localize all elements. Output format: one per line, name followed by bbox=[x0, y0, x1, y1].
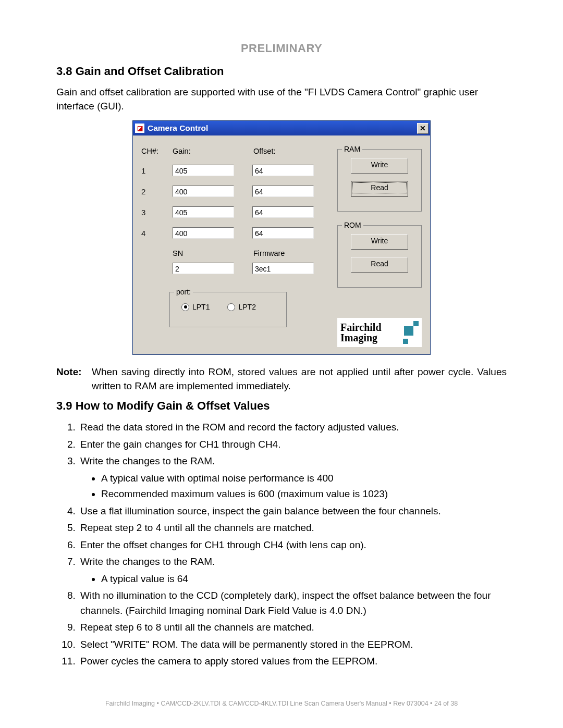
step-item: Use a flat illumination source, inspect … bbox=[78, 504, 507, 519]
channel-number: 2 bbox=[141, 187, 173, 196]
titlebar: ◪ Camera Control ✕ bbox=[133, 121, 430, 135]
section-3-8-paragraph: Gain and offset calibration are supporte… bbox=[56, 85, 507, 113]
sn-label: SN bbox=[173, 249, 253, 257]
ram-groupbox: RAM Write Read bbox=[337, 149, 422, 212]
offset-input-ch2[interactable]: 64 bbox=[252, 186, 314, 197]
rom-read-button[interactable]: Read bbox=[351, 257, 408, 273]
gain-input-ch3[interactable]: 405 bbox=[173, 206, 234, 218]
offset-input-ch1[interactable]: 64 bbox=[252, 165, 314, 176]
offset-header: Offset: bbox=[253, 147, 334, 155]
lpt1-radio[interactable]: LPT1 bbox=[181, 303, 210, 311]
gain-input-ch1[interactable]: 405 bbox=[173, 165, 234, 176]
fairchild-logo: Fairchild Imaging bbox=[337, 318, 422, 347]
logo-line2: Imaging bbox=[340, 332, 382, 343]
step-item: Power cycles the camera to apply stored … bbox=[78, 654, 507, 669]
gain-input-ch2[interactable]: 400 bbox=[173, 186, 234, 197]
offset-input-ch3[interactable]: 64 bbox=[252, 206, 314, 218]
note-label: Note: bbox=[56, 365, 92, 393]
radio-icon bbox=[227, 303, 235, 311]
step-item: With no illumination to the CCD (complet… bbox=[78, 588, 507, 618]
firmware-label: Firmware bbox=[253, 249, 285, 257]
dialog-title: Camera Control bbox=[148, 124, 417, 133]
note-body: When saving directly into ROM, stored va… bbox=[92, 365, 507, 393]
camera-control-dialog: ◪ Camera Control ✕ CH#: Gain: Offset: 1 … bbox=[132, 120, 431, 355]
step-item: Repeat step 6 to 8 until all the channel… bbox=[78, 620, 507, 635]
ram-write-button[interactable]: Write bbox=[351, 158, 408, 174]
sub-bullet: A typical value is 64 bbox=[101, 572, 507, 587]
channel-number: 4 bbox=[141, 229, 173, 238]
offset-input-ch4[interactable]: 64 bbox=[252, 227, 314, 239]
port-legend: port: bbox=[174, 288, 193, 296]
step-item: Enter the offset changes for CH1 through… bbox=[78, 538, 507, 553]
step-item: Write the changes to the RAM. A typical … bbox=[78, 554, 507, 586]
ch-header: CH#: bbox=[141, 147, 173, 155]
logo-mark-icon bbox=[396, 321, 419, 344]
logo-line1: Fairchild bbox=[340, 322, 382, 332]
preliminary-header: PRELIMINARY bbox=[56, 42, 507, 55]
step-item: Write the changes to the RAM. A typical … bbox=[78, 454, 507, 502]
close-button[interactable]: ✕ bbox=[417, 123, 429, 134]
lpt2-radio[interactable]: LPT2 bbox=[227, 303, 255, 311]
note-block: Note: When saving directly into ROM, sto… bbox=[56, 365, 507, 393]
page-footer: Fairchild Imaging • CAM/CCD-2KLV.TDI & C… bbox=[0, 700, 563, 707]
gain-input-ch4[interactable]: 400 bbox=[173, 227, 234, 239]
section-3-8-heading: 3.8 Gain and Offset Calibration bbox=[56, 65, 507, 78]
rom-groupbox: ROM Write Read bbox=[337, 225, 422, 288]
ram-read-button[interactable]: Read bbox=[351, 181, 408, 196]
step-item: Repeat step 2 to 4 until all the channel… bbox=[78, 521, 507, 536]
port-groupbox: port: LPT1 LPT2 bbox=[169, 292, 287, 327]
sub-bullet: A typical value with optimal noise perfo… bbox=[101, 471, 507, 486]
firmware-input[interactable]: 3ec1 bbox=[252, 263, 314, 274]
rom-write-button[interactable]: Write bbox=[351, 234, 408, 250]
radio-icon bbox=[181, 303, 189, 311]
steps-list: Read the data stored in the ROM and reco… bbox=[56, 420, 507, 669]
step-item: Select "WRITE" ROM. The data will be per… bbox=[78, 637, 507, 652]
channel-number: 1 bbox=[141, 166, 173, 175]
sn-input[interactable]: 2 bbox=[173, 263, 234, 274]
ram-legend: RAM bbox=[342, 145, 362, 153]
channel-number: 3 bbox=[141, 208, 173, 217]
gain-header: Gain: bbox=[173, 147, 253, 155]
step-item: Enter the gain changes for CH1 through C… bbox=[78, 437, 507, 452]
rom-legend: ROM bbox=[342, 221, 363, 229]
section-3-9-heading: 3.9 How to Modify Gain & Offset Values bbox=[56, 399, 507, 413]
step-item: Read the data stored in the ROM and reco… bbox=[78, 420, 507, 435]
app-icon: ◪ bbox=[135, 124, 144, 133]
sub-bullet: Recommended maximum values is 600 (maxim… bbox=[101, 487, 507, 502]
